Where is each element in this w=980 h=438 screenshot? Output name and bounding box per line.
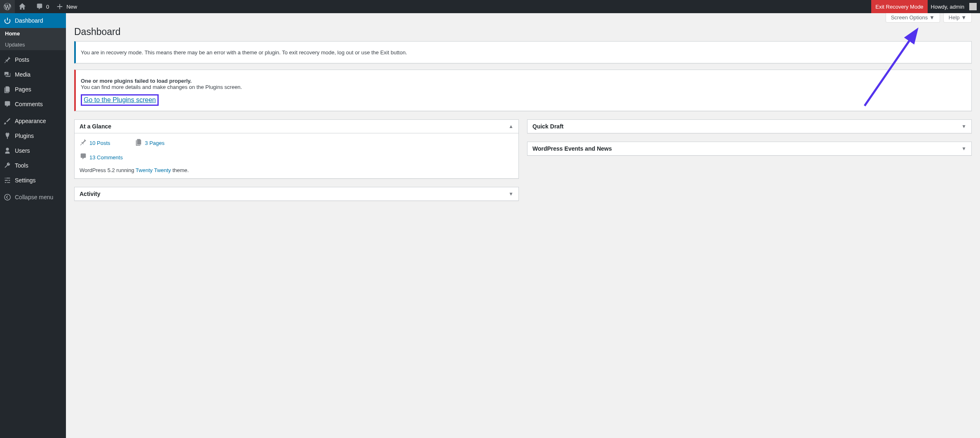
admin-sidebar: Dashboard Home Updates Posts Media Pages…: [0, 13, 66, 438]
glance-comments: 13 Comments: [80, 153, 513, 162]
sidebar-item-comments[interactable]: Comments: [0, 97, 66, 112]
pin-icon: [80, 138, 87, 148]
posts-link[interactable]: 10 Posts: [89, 140, 110, 146]
pages-link[interactable]: 3 Pages: [145, 140, 165, 146]
my-account-link[interactable]: Howdy, admin: [928, 0, 980, 13]
wrench-icon: [3, 161, 12, 170]
greeting-text: Howdy, admin: [931, 4, 964, 10]
sliders-icon: [3, 176, 12, 184]
screen-meta-links: Screen Options ▼ Help ▼: [74, 13, 972, 23]
expand-down-icon: ▼: [961, 123, 966, 129]
activity-header[interactable]: Activity ▼: [75, 187, 518, 200]
comment-icon: [80, 153, 87, 162]
submenu-home[interactable]: Home: [0, 28, 66, 39]
page-icon: [135, 138, 143, 148]
plus-icon: [56, 2, 64, 11]
media-icon: [3, 70, 12, 79]
sidebar-item-users[interactable]: Users: [0, 143, 66, 158]
help-button[interactable]: Help ▼: [943, 13, 972, 23]
submenu-updates[interactable]: Updates: [0, 39, 66, 50]
comments-count: 0: [46, 4, 49, 10]
quick-draft-header[interactable]: Quick Draft ▼: [528, 120, 971, 133]
expand-down-icon: ▼: [961, 146, 966, 151]
theme-link[interactable]: Twenty Twenty: [136, 167, 171, 173]
dashboard-submenu: Home Updates: [0, 28, 66, 50]
collapse-up-icon: ▲: [509, 123, 513, 129]
sidebar-item-pages[interactable]: Pages: [0, 82, 66, 97]
dashboard-icon: [3, 16, 12, 25]
svg-point-0: [5, 194, 10, 200]
page-icon: [3, 85, 12, 93]
at-a-glance-widget: At a Glance ▲ 10 Posts 3 Pages: [74, 119, 519, 179]
brush-icon: [3, 117, 12, 125]
plugin-error-heading: One or more plugins failed to load prope…: [81, 78, 192, 84]
plugin-icon: [3, 132, 12, 140]
plugin-error-notice: One or more plugins failed to load prope…: [74, 70, 972, 111]
avatar-icon: [969, 3, 977, 10]
comment-icon: [35, 2, 44, 11]
pin-icon: [3, 56, 12, 64]
at-a-glance-header[interactable]: At a Glance ▲: [75, 120, 518, 133]
news-widget: WordPress Events and News ▼: [527, 142, 972, 156]
collapse-icon: [3, 193, 12, 201]
sidebar-item-media[interactable]: Media: [0, 67, 66, 82]
plugin-error-detail: You can find more details and make chang…: [81, 84, 242, 90]
user-icon: [3, 147, 12, 155]
dashboard-widgets: At a Glance ▲ 10 Posts 3 Pages: [74, 119, 972, 201]
sidebar-item-tools[interactable]: Tools: [0, 158, 66, 173]
sidebar-item-dashboard[interactable]: Dashboard: [0, 13, 66, 28]
sidebar-item-plugins[interactable]: Plugins: [0, 128, 66, 143]
comments-icon: [3, 100, 12, 108]
comments-glance-link[interactable]: 13 Comments: [89, 154, 123, 161]
news-header[interactable]: WordPress Events and News ▼: [528, 142, 971, 155]
new-label: New: [66, 4, 77, 10]
glance-pages: 3 Pages: [135, 138, 165, 148]
wp-logo[interactable]: [0, 0, 15, 13]
new-content-link[interactable]: New: [52, 0, 80, 13]
page-title: Dashboard: [74, 23, 972, 39]
admin-bar: 0 New Exit Recovery Mode Howdy, admin: [0, 0, 980, 13]
exit-recovery-button[interactable]: Exit Recovery Mode: [871, 0, 927, 13]
sidebar-item-settings[interactable]: Settings: [0, 173, 66, 188]
screen-options-button[interactable]: Screen Options ▼: [886, 13, 940, 23]
expand-down-icon: ▼: [509, 191, 513, 197]
collapse-menu[interactable]: Collapse menu: [0, 190, 66, 205]
site-home-link[interactable]: [15, 0, 32, 13]
recovery-notice-text: You are in recovery mode. This means the…: [81, 49, 966, 56]
version-line: WordPress 5.2 running Twenty Twenty them…: [80, 167, 513, 173]
quick-draft-widget: Quick Draft ▼: [527, 119, 972, 133]
main-content: Screen Options ▼ Help ▼ Dashboard You ar…: [66, 13, 980, 438]
wordpress-icon: [3, 2, 12, 11]
recovery-mode-notice: You are in recovery mode. This means the…: [74, 41, 972, 63]
sidebar-item-posts[interactable]: Posts: [0, 52, 66, 67]
sidebar-item-appearance[interactable]: Appearance: [0, 114, 66, 128]
comments-link[interactable]: 0: [32, 0, 52, 13]
plugins-screen-link[interactable]: Go to the Plugins screen: [81, 94, 159, 106]
home-icon: [18, 2, 26, 11]
activity-widget: Activity ▼: [74, 187, 519, 201]
glance-posts: 10 Posts: [80, 138, 110, 148]
